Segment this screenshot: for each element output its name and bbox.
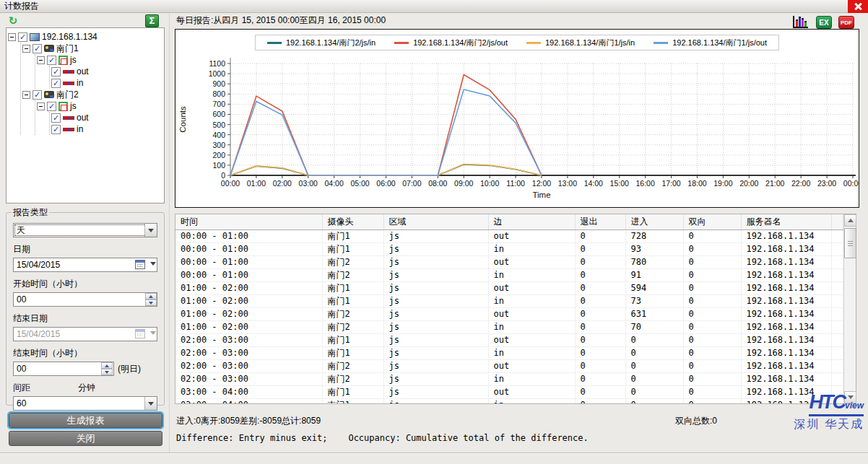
- next-day-note: (明日): [118, 363, 141, 375]
- legend-swatch: [394, 42, 409, 44]
- svg-text:900: 900: [212, 79, 225, 88]
- column-header[interactable]: 进入: [625, 214, 683, 229]
- tree-checkbox[interactable]: ✓: [51, 113, 61, 123]
- table-cell: 192.168.1.134: [741, 307, 831, 320]
- scroll-up-icon[interactable]: [844, 214, 856, 227]
- collapse-icon[interactable]: [22, 45, 30, 53]
- chevron-down-icon[interactable]: [144, 397, 157, 410]
- svg-text:17:00: 17:00: [661, 179, 680, 188]
- tree-checkbox[interactable]: ✓: [18, 32, 27, 42]
- start-hour-field[interactable]: 00: [13, 292, 157, 307]
- bar-chart-view-icon[interactable]: [793, 16, 808, 28]
- scrollbar-thumb[interactable]: [844, 228, 856, 258]
- table-cell: js: [383, 398, 488, 403]
- tree-checkbox[interactable]: ✓: [51, 125, 61, 134]
- svg-text:05:00: 05:00: [350, 179, 369, 188]
- close-report-button[interactable]: 关闭: [9, 431, 162, 446]
- table-row[interactable]: 03:00 - 04:00南门1jsout000192.168.1.134: [175, 385, 843, 398]
- tree-checkbox[interactable]: ✓: [32, 44, 42, 53]
- table-row[interactable]: 00:00 - 01:00南门1jsout07280192.168.1.134: [175, 229, 843, 242]
- start-hour-input[interactable]: 00: [13, 292, 157, 307]
- table-row[interactable]: 02:00 - 03:00南门1jsin000192.168.1.134: [175, 346, 843, 359]
- tree-node-label: 192.168.1.134: [42, 32, 97, 42]
- refresh-icon[interactable]: ↻: [7, 15, 19, 27]
- collapse-icon[interactable]: [8, 33, 16, 41]
- interval-field[interactable]: 60: [13, 396, 157, 411]
- report-table: 时间摄像头区域边退出进入双向服务器名 00:00 - 01:00南门1jsout…: [175, 214, 843, 403]
- column-header[interactable]: 双向: [683, 214, 741, 229]
- tree-node-in[interactable]: ✓in: [51, 123, 162, 135]
- tree-node-192.168.1.134[interactable]: ✓192.168.1.134: [8, 31, 162, 43]
- interval-select[interactable]: 60: [13, 396, 157, 411]
- table-row[interactable]: 00:00 - 01:00南门2jsout07800192.168.1.134: [175, 255, 843, 268]
- collapse-icon[interactable]: [37, 102, 45, 110]
- column-header[interactable]: 摄像头: [322, 214, 383, 229]
- table-row[interactable]: 01:00 - 02:00南门2jsout06310192.168.1.134: [175, 307, 843, 320]
- start-hour-stepper[interactable]: [145, 293, 157, 306]
- table-row[interactable]: 02:00 - 03:00南门2jsin000192.168.1.134: [175, 372, 843, 385]
- tree-node-out[interactable]: ✓out: [51, 66, 162, 77]
- sigma-summary-button[interactable]: Σ: [145, 14, 159, 27]
- table-cell: 0: [625, 333, 683, 346]
- report-type-select[interactable]: 天: [13, 223, 157, 237]
- export-excel-icon[interactable]: EX: [816, 16, 832, 29]
- column-header[interactable]: 区域: [383, 214, 488, 229]
- chevron-down-icon[interactable]: [150, 262, 156, 266]
- column-header[interactable]: 退出: [575, 214, 625, 229]
- svg-text:08:00: 08:00: [428, 179, 447, 188]
- report-type-field[interactable]: 天: [13, 223, 157, 237]
- calendar-icon[interactable]: [135, 260, 145, 269]
- table-row[interactable]: 03:00 - 04:00南门1jsin000192.168.1.134: [175, 398, 843, 403]
- column-header[interactable]: 边: [488, 214, 575, 229]
- end-hour-field[interactable]: 00 (明日): [13, 362, 157, 376]
- column-header[interactable]: 时间: [175, 214, 322, 229]
- panel-divider: [169, 13, 170, 453]
- table-row[interactable]: 02:00 - 03:00南门1jsout000192.168.1.134: [175, 333, 843, 346]
- table-cell: 南门2: [322, 268, 383, 281]
- chevron-down-icon[interactable]: [144, 224, 157, 237]
- svg-text:100: 100: [212, 161, 225, 170]
- collapse-icon[interactable]: [37, 56, 45, 64]
- table-row[interactable]: 01:00 - 02:00南门2jsin0700192.168.1.134: [175, 320, 843, 333]
- tree-checkbox[interactable]: ✓: [51, 67, 61, 76]
- table-cell: 192.168.1.134: [741, 294, 831, 307]
- generate-report-button[interactable]: 生成报表: [9, 413, 162, 428]
- tree-node-label: in: [77, 124, 83, 134]
- collapse-icon[interactable]: [22, 91, 30, 99]
- tree-checkbox[interactable]: ✓: [47, 56, 56, 65]
- table-row[interactable]: 00:00 - 01:00南门2jsin0910192.168.1.134: [175, 268, 843, 281]
- table-cell: 780: [625, 255, 683, 268]
- table-cell: in: [488, 346, 575, 359]
- end-hour-input[interactable]: 00: [13, 362, 114, 376]
- close-button[interactable]: [848, 0, 868, 13]
- tree-node-南门1[interactable]: ✓南门1: [22, 43, 162, 54]
- tree-node-in[interactable]: ✓in: [51, 77, 162, 89]
- svg-text:00:00: 00:00: [221, 179, 240, 188]
- end-hour-stepper[interactable]: [101, 362, 113, 375]
- htcview-logo: HTCview 深圳 华天成: [794, 393, 864, 432]
- table-scrollbar[interactable]: [843, 214, 856, 403]
- tree-node-out[interactable]: ✓out: [51, 112, 162, 123]
- report-period-header: 每日报告:从四月 15, 2015 00:00至四月 16, 2015 00:0…: [176, 14, 386, 27]
- table-row[interactable]: 01:00 - 02:00南门1jsin0730192.168.1.134: [175, 294, 843, 307]
- table-cell: 03:00 - 04:00: [175, 398, 322, 403]
- tree-checkbox[interactable]: ✓: [32, 90, 42, 100]
- column-header[interactable]: 服务器名: [741, 214, 831, 229]
- table-cell: out: [488, 333, 575, 346]
- table-cell: out: [488, 229, 575, 242]
- region-icon: [58, 102, 68, 111]
- tree-node-js[interactable]: ✓js: [37, 54, 162, 66]
- tree-checkbox[interactable]: ✓: [51, 79, 61, 88]
- tree-checkbox[interactable]: ✓: [47, 102, 56, 111]
- date-field[interactable]: 15/04/2015: [13, 258, 157, 272]
- chevron-down-icon: [150, 331, 156, 335]
- table-cell: 0: [683, 385, 741, 398]
- table-row[interactable]: 02:00 - 03:00南门2jsout000192.168.1.134: [175, 359, 843, 372]
- svg-text:03:00: 03:00: [299, 179, 318, 188]
- export-pdf-icon[interactable]: PDF: [838, 16, 854, 29]
- tree-node-js[interactable]: ✓js: [37, 100, 162, 112]
- table-row[interactable]: 01:00 - 02:00南门1jsout05940192.168.1.134: [175, 281, 843, 294]
- camera-icon: [44, 45, 54, 52]
- table-row[interactable]: 00:00 - 01:00南门1jsin0930192.168.1.134: [175, 242, 843, 255]
- tree-node-南门2[interactable]: ✓南门2: [22, 89, 162, 100]
